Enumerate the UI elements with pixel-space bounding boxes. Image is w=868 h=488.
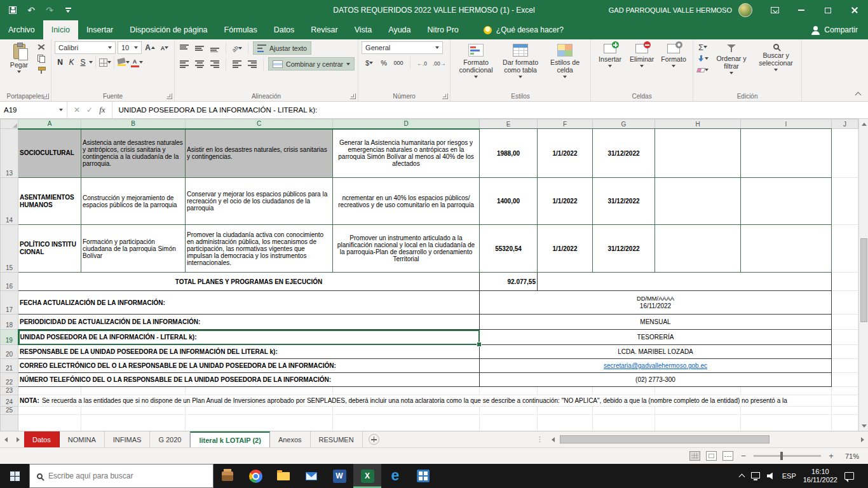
number-format-combo[interactable]: General <box>362 41 443 54</box>
email-link[interactable]: secretaria@gadvallehermoso.gob.ec <box>604 362 707 369</box>
cell-info-value[interactable]: LCDA. MARIBEL LOZADA <box>480 345 832 359</box>
empty-cell[interactable] <box>480 415 538 431</box>
empty-cell[interactable] <box>538 415 593 431</box>
zoom-out-button[interactable]: − <box>739 451 748 461</box>
cell-component[interactable]: ASENTAMIENTOS HUMANOS <box>18 178 81 225</box>
column-header-j[interactable]: J <box>832 119 858 129</box>
column-header-f[interactable]: F <box>538 119 593 129</box>
account-name[interactable]: GAD PARROQUIAL VALLE HERMOSO <box>609 6 732 14</box>
increase-indent-button[interactable] <box>246 58 259 70</box>
empty-cell[interactable] <box>18 415 81 431</box>
empty-cell[interactable] <box>832 387 858 395</box>
empty-cell[interactable] <box>832 291 858 315</box>
cell-goal[interactable]: Promover un instrumento articulado a la … <box>333 225 480 273</box>
selected-cell-a19[interactable]: UNIDAD POSEEDORA DE LA INFORMACIÓN - LIT… <box>18 330 480 345</box>
format-cells-button[interactable]: Formato <box>658 41 689 67</box>
row-header[interactable]: 26 <box>1 415 18 431</box>
cell-info-label[interactable]: PERIODICIDAD DE ACTUALIZACIÓN DE LA INFO… <box>18 315 480 330</box>
row-header[interactable]: 13 <box>1 129 18 178</box>
empty-cell[interactable] <box>832 178 858 225</box>
empty-cell[interactable] <box>538 273 832 291</box>
undo-icon[interactable] <box>26 5 36 15</box>
row-header[interactable]: 21 <box>1 359 18 373</box>
italic-button[interactable]: K <box>66 57 77 69</box>
row-header[interactable]: 20 <box>1 345 18 359</box>
sheet-tab-infimas[interactable]: INFIMAS <box>105 431 151 447</box>
tab-archivo[interactable]: Archivo <box>0 20 43 39</box>
decrease-decimal-button[interactable] <box>431 57 447 69</box>
conditional-formatting-button[interactable]: Formato condicional <box>454 41 498 78</box>
search-input[interactable] <box>48 471 206 480</box>
align-center-button[interactable] <box>193 58 206 70</box>
comma-format-button[interactable]: 000 <box>391 57 406 69</box>
empty-cell[interactable] <box>480 387 538 395</box>
collapse-ribbon-icon[interactable] <box>855 92 862 98</box>
column-header-c[interactable]: C <box>186 119 333 129</box>
format-as-table-button[interactable]: Dar formato como tabla <box>498 41 543 78</box>
empty-cell[interactable] <box>593 387 655 395</box>
empty-cell[interactable] <box>832 345 858 359</box>
delete-cells-button[interactable]: Eliminar <box>626 41 658 67</box>
empty-cell[interactable] <box>741 407 832 415</box>
insert-cells-button[interactable]: Insertar <box>594 41 626 67</box>
cell-note[interactable]: NOTA:Se recuerda a las entidades que si … <box>18 395 832 407</box>
empty-cell[interactable] <box>593 407 655 415</box>
fill-color-button[interactable] <box>117 57 130 68</box>
dialog-launcher-icon[interactable] <box>43 93 49 99</box>
bold-button[interactable]: N <box>55 57 65 69</box>
copy-button[interactable] <box>35 53 48 64</box>
cell-info-value[interactable]: DD/MM/AAAA 16/11/2022 <box>480 291 832 315</box>
sheet-tab-literal-k-lotaip[interactable]: literal k LOTAIP (2) <box>190 431 269 447</box>
cell-objective[interactable]: Conservar y mejorar los espacios público… <box>186 178 333 225</box>
zoom-in-button[interactable]: + <box>827 451 836 461</box>
column-header-g[interactable]: G <box>593 119 655 129</box>
action-center-icon[interactable] <box>844 472 854 480</box>
row-header[interactable]: 17 <box>1 291 18 315</box>
empty-cell[interactable] <box>832 395 858 407</box>
tell-me-search[interactable]: ¿Qué desea hacer? <box>484 20 564 39</box>
chevron-down-icon[interactable] <box>89 61 93 64</box>
taskbar-clock[interactable]: 16:10 16/11/2022 <box>803 468 837 484</box>
underline-button[interactable]: S <box>78 57 88 69</box>
empty-cell[interactable] <box>832 330 858 345</box>
redo-icon[interactable] <box>44 5 55 15</box>
empty-cell[interactable] <box>593 415 655 431</box>
clear-button[interactable] <box>696 64 709 76</box>
cell-goal[interactable]: ncrementar en un 40% los espacios públic… <box>333 178 480 225</box>
cell-start-date[interactable]: 1/1/2022 <box>538 129 593 178</box>
sheet-tab-nomina[interactable]: NOMINA <box>60 431 105 447</box>
empty-cell[interactable] <box>741 225 832 273</box>
dialog-launcher-icon[interactable] <box>442 93 448 99</box>
currency-format-button[interactable]: $ <box>362 57 377 69</box>
cell-info-label[interactable]: CORREO ELECTRÓNICO DEL O LA RESPONSABLE … <box>18 359 480 373</box>
sheet-tab-datos[interactable]: Datos <box>24 431 60 447</box>
empty-cell[interactable] <box>655 225 741 273</box>
empty-cell[interactable] <box>832 415 858 431</box>
ribbon-display-options-button[interactable] <box>761 0 788 20</box>
empty-cell[interactable] <box>741 178 832 225</box>
sort-filter-button[interactable]: Ordenar y filtrar <box>709 41 754 74</box>
empty-cell[interactable] <box>832 225 858 273</box>
wrap-text-button[interactable]: Ajustar texto <box>253 41 311 55</box>
minimize-button[interactable] <box>788 0 815 20</box>
cell-info-value[interactable]: MENSUAL <box>480 315 832 330</box>
normal-view-button[interactable] <box>689 451 700 461</box>
cell-component[interactable]: POLÍTICO INSTITUCIONAL <box>18 225 81 273</box>
empty-cell[interactable] <box>832 407 858 415</box>
cell-end-date[interactable]: 31/12/2022 <box>593 129 655 178</box>
column-header-e[interactable]: E <box>480 119 538 129</box>
row-header[interactable]: 14 <box>1 178 18 225</box>
find-select-button[interactable]: Buscar y seleccionar <box>754 41 798 71</box>
volume-icon[interactable] <box>767 473 775 480</box>
sheet-nav-left-icon[interactable] <box>0 431 12 447</box>
empty-cell[interactable] <box>186 387 333 395</box>
select-all-corner[interactable] <box>1 119 18 129</box>
show-hidden-icons-icon[interactable] <box>738 474 745 480</box>
page-break-view-button[interactable] <box>722 451 733 461</box>
cell-amount[interactable]: 1400,00 <box>480 178 538 225</box>
tab-disposicion[interactable]: Disposición de página <box>121 20 215 39</box>
align-top-button[interactable] <box>178 43 191 54</box>
align-middle-button[interactable] <box>193 43 206 54</box>
empty-cell[interactable] <box>333 415 480 431</box>
row-header[interactable]: 19 <box>1 330 18 345</box>
